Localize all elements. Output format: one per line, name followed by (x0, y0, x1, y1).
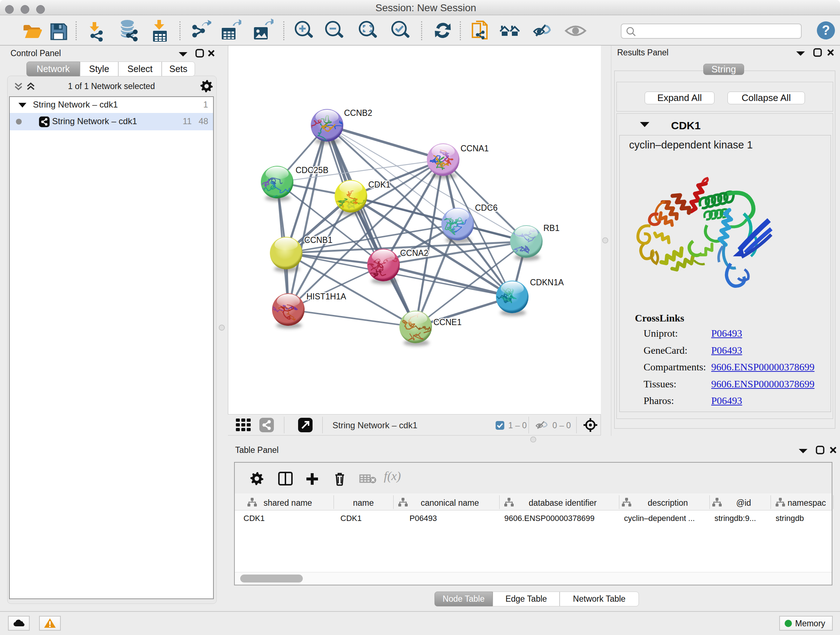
svg-text:CCNB1: CCNB1 (304, 235, 332, 245)
svg-text:CDK1: CDK1 (368, 180, 390, 189)
svg-text:CDKN1A: CDKN1A (530, 278, 564, 287)
svg-text:RB1: RB1 (543, 223, 560, 233)
svg-text:CCNA1: CCNA1 (461, 144, 489, 153)
svg-text:CCNA2: CCNA2 (400, 249, 428, 258)
svg-text:CCNE1: CCNE1 (433, 318, 462, 327)
svg-text:?: ? (822, 23, 830, 38)
svg-text:CDC6: CDC6 (475, 203, 498, 212)
svg-text:CCNB2: CCNB2 (344, 108, 372, 118)
svg-text:CDC25B: CDC25B (295, 165, 328, 175)
svg-text:HIST1H1A: HIST1H1A (306, 292, 347, 301)
